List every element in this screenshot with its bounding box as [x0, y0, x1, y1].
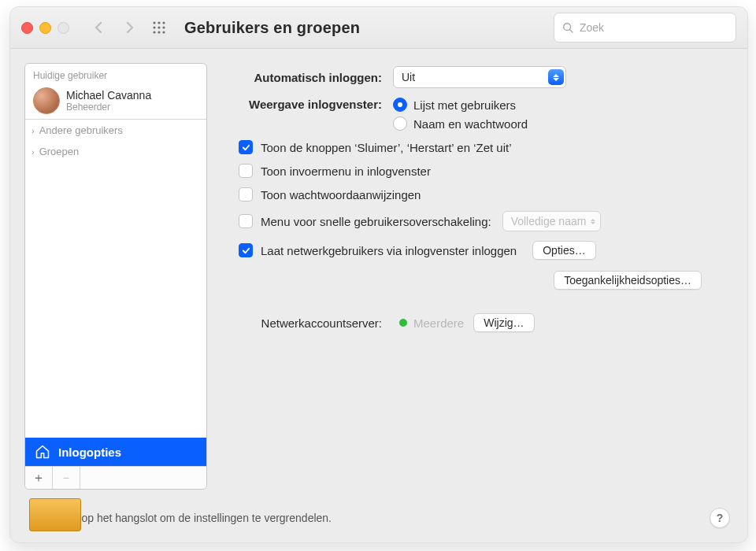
chevron-right-icon: › [32, 147, 35, 157]
checkbox-fast-user-switching[interactable]: Menu voor snelle gebruikersoverschakelin… [239, 211, 728, 231]
checkbox-input-menu[interactable]: Toon invoermenu in inlogvenster [239, 164, 728, 178]
back-button[interactable] [88, 17, 110, 39]
checkbox-icon [239, 214, 253, 228]
zoom-button[interactable] [57, 22, 69, 34]
svg-point-7 [158, 31, 160, 33]
preferences-window: Gebruikers en groepen Huidige gebruiker … [9, 6, 748, 543]
sidebar-item-label: Groepen [39, 146, 80, 157]
titlebar: Gebruikers en groepen [10, 7, 747, 49]
login-display-radiogroup: Lijst met gebruikers Naam en wachtwoord [393, 98, 528, 131]
checkbox-password-hints[interactable]: Toon wachtwoordaanwijzingen [239, 187, 728, 202]
svg-point-0 [153, 21, 155, 24]
minimize-button[interactable] [39, 22, 51, 34]
chevron-updown-icon [591, 219, 595, 224]
svg-point-6 [153, 31, 155, 33]
login-options-label: Inlogopties [58, 446, 121, 459]
auto-login-popup[interactable]: Uit [393, 66, 566, 88]
search-icon [562, 22, 573, 33]
svg-point-1 [158, 21, 160, 24]
house-icon [35, 444, 50, 460]
show-all-button[interactable] [148, 17, 170, 39]
checkbox-sleep-restart-shutdown[interactable]: Toon de knoppen ‘Sluimer’, ‘Herstart’ en… [239, 140, 728, 154]
checkbox-icon [239, 243, 253, 257]
remove-user-button[interactable]: － [53, 467, 80, 489]
lock-icon[interactable] [28, 505, 50, 531]
radio-list-of-users[interactable]: Lijst met gebruikers [393, 98, 528, 112]
svg-point-8 [162, 31, 165, 33]
svg-point-4 [158, 26, 160, 28]
network-login-options-button[interactable]: Opties… [532, 241, 595, 260]
window-title: Gebruikers en groepen [184, 19, 360, 37]
sidebar-item-label: Andere gebruikers [39, 124, 123, 136]
svg-line-10 [570, 30, 573, 33]
search-input[interactable] [578, 20, 728, 35]
forward-button[interactable] [118, 17, 140, 39]
svg-point-5 [162, 26, 165, 28]
radio-name-password[interactable]: Naam en wachtwoord [393, 116, 528, 131]
edit-network-server-button[interactable]: Wijzig… [473, 313, 534, 332]
user-name: Michael Cavanna [66, 89, 151, 102]
sidebar-item-other-users[interactable]: › Andere gebruikers [25, 120, 206, 141]
lock-bar: Klik op het hangslot om de instellingen … [10, 493, 747, 542]
auto-login-value: Uit [402, 71, 415, 83]
svg-point-3 [153, 26, 155, 28]
sidebar-item-groups[interactable]: › Groepen [25, 141, 206, 162]
content-pane: Automatisch inloggen: Uit Weergave inlog… [221, 63, 730, 490]
auto-login-label: Automatisch inloggen: [224, 71, 382, 84]
help-button[interactable]: ? [710, 508, 730, 528]
user-role: Beheerder [66, 102, 151, 113]
checkbox-icon [239, 140, 253, 154]
checkbox-icon [239, 164, 253, 178]
checkbox-network-login[interactable]: Laat netwerkgebruikers via inlogvenster … [239, 241, 728, 260]
chevron-right-icon: › [32, 126, 35, 135]
sidebar-footer: ＋ － [25, 466, 206, 489]
radio-icon [393, 98, 407, 112]
login-display-label: Weergave inlogvenster: [224, 98, 382, 111]
radio-icon [393, 116, 407, 131]
add-user-button[interactable]: ＋ [25, 467, 53, 489]
sidebar-section-current: Huidige gebruiker [25, 64, 206, 84]
lock-hint-text: Klik op het hangslot om de instellingen … [61, 512, 332, 524]
window-controls [21, 22, 69, 34]
chevron-updown-icon [548, 69, 564, 85]
fast-switch-display-popup[interactable]: Volledige naam [502, 211, 602, 231]
current-user-row[interactable]: Michael Cavanna Beheerder [25, 84, 206, 119]
status-dot-icon [399, 319, 407, 327]
sidebar-item-login-options[interactable]: Inlogopties [25, 438, 206, 466]
accessibility-options-button[interactable]: Toegankelijkheidsopties… [554, 271, 702, 290]
network-server-value: Meerdere [413, 316, 464, 330]
checkbox-icon [239, 187, 253, 202]
avatar [33, 87, 60, 114]
svg-point-2 [162, 21, 165, 24]
close-button[interactable] [21, 22, 33, 34]
sidebar: Huidige gebruiker Michael Cavanna Beheer… [24, 63, 207, 490]
network-server-label: Netwerkaccountserver: [224, 316, 382, 330]
search-field[interactable] [554, 13, 736, 43]
